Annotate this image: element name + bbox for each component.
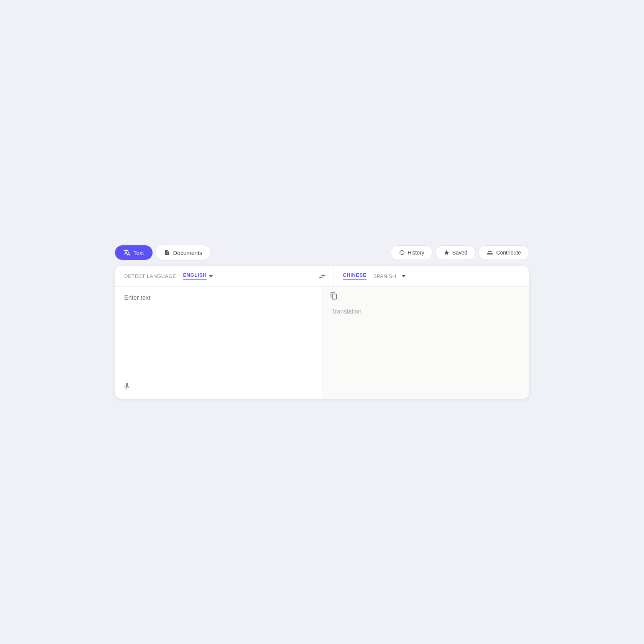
top-nav: Text Documents History — [115, 245, 529, 260]
saved-label: Saved — [452, 250, 468, 256]
saved-button[interactable]: Saved — [435, 245, 476, 260]
source-language-selected[interactable]: ENGLISH — [183, 272, 206, 280]
target-language-selector: CHINESE SPANISH — [334, 266, 529, 286]
documents-tab-label: Documents — [173, 250, 202, 256]
target-language-dropdown[interactable] — [399, 274, 408, 279]
microphone-button[interactable] — [123, 382, 131, 393]
document-icon — [164, 250, 170, 256]
translate-icon — [123, 249, 130, 256]
text-tab-label: Text — [133, 250, 144, 256]
source-language-selector: DETECT LANGUAGE ENGLISH — [115, 266, 310, 286]
source-text-input[interactable] — [124, 294, 313, 379]
swap-languages-button[interactable] — [318, 273, 326, 280]
chevron-down-icon — [402, 275, 406, 278]
text-tab[interactable]: Text — [115, 245, 153, 260]
detect-language-label[interactable]: DETECT LANGUAGE — [124, 273, 176, 279]
people-icon — [486, 250, 493, 256]
copy-icon — [330, 292, 338, 300]
swap-icon — [318, 273, 326, 280]
source-text-area — [115, 287, 322, 399]
target-language-selected[interactable]: CHINESE — [343, 272, 366, 280]
right-actions: History Saved Contribute — [391, 245, 529, 260]
swap-button-wrapper — [310, 273, 334, 280]
history-button[interactable]: History — [391, 245, 432, 260]
source-language-dropdown[interactable] — [207, 274, 215, 279]
star-icon — [444, 250, 450, 256]
contribute-button[interactable]: Contribute — [478, 245, 529, 260]
target-language-option[interactable]: SPANISH — [373, 273, 396, 279]
target-text-area: Translation — [322, 287, 529, 399]
documents-tab[interactable]: Documents — [156, 245, 211, 260]
mic-icon — [123, 382, 131, 391]
translation-panel: DETECT LANGUAGE ENGLISH CHINESE SPANISH — [115, 266, 529, 399]
copy-button[interactable] — [330, 292, 338, 302]
contribute-label: Contribute — [496, 250, 521, 256]
translation-placeholder: Translation — [332, 308, 520, 315]
language-row: DETECT LANGUAGE ENGLISH CHINESE SPANISH — [115, 266, 529, 287]
history-label: History — [407, 250, 424, 256]
app-container: Text Documents History — [115, 245, 529, 399]
text-areas-row: Translation — [115, 287, 529, 399]
history-icon — [399, 250, 405, 256]
left-tabs: Text Documents — [115, 245, 210, 260]
chevron-down-icon — [209, 275, 213, 278]
